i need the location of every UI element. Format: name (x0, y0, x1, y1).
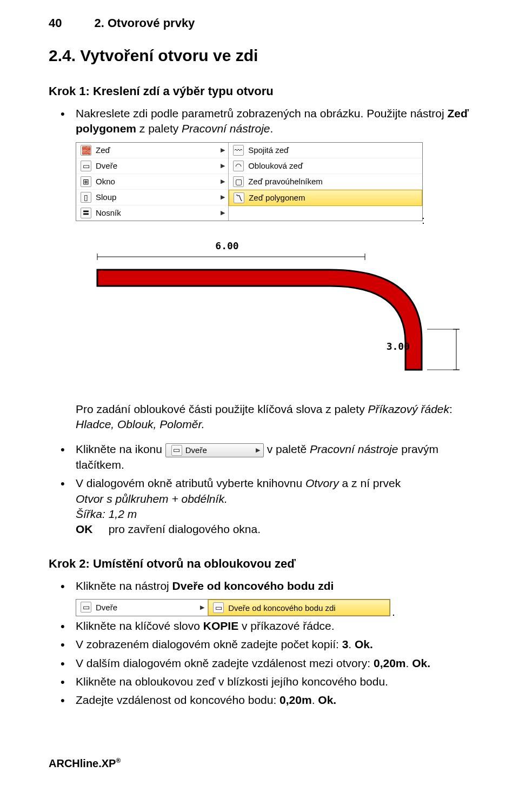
step2-bullet-2: Klikněte na klíčové slovo KOPIE v příkaz… (76, 618, 487, 634)
menu-item-column[interactable]: ▯ Sloup ▶ (76, 190, 228, 205)
step2-bullet-5: Klikněte na obloukovou zeď v blízkosti j… (76, 674, 487, 689)
wall-diagram: 6.00 3.00 (70, 232, 487, 391)
step2-bullet-4: V dalším dialogovém okně zadejte vzdálen… (76, 656, 487, 671)
menu2-item-door[interactable]: ▭ Dveře ▶ (76, 600, 208, 615)
wall-icon: 🧱 (81, 145, 91, 156)
chevron-right-icon: ▶ (221, 194, 225, 201)
page-number: 40 (49, 16, 62, 30)
beam-icon: 〓 (81, 208, 91, 218)
dim-right: 3.00 (387, 341, 410, 352)
column-icon: ▯ (81, 192, 91, 203)
step2-bullet-6: Zadejte vzdálenost od koncového bodu: 0,… (76, 693, 487, 708)
chevron-right-icon: ▶ (200, 604, 204, 611)
page-header: 40 2. Otvorové prvky (49, 16, 487, 30)
footer-product: ARCHline.XP® (49, 757, 487, 770)
step2-bullet-3: V zobrazeném dialogovém okně zadejte poč… (76, 637, 487, 652)
step1-heading: Krok 1: Kreslení zdí a výběr typu otvoru (49, 84, 487, 98)
window-icon: ⊞ (81, 176, 91, 187)
period-after-menu2: . (392, 605, 487, 618)
tool-menu: 🧱 Zeď ▶ ▭ Dveře ▶ ⊞ Okno ▶ ▯ Sloup ▶ 〓 (76, 142, 423, 221)
chevron-right-icon: ▶ (221, 162, 225, 169)
step2-bullets-2: Klikněte na klíčové slovo KOPIE v příkaz… (49, 618, 487, 708)
step1-bullet-2: Klikněte na ikonu ▭ Dveře ▶ v paletě Pra… (76, 442, 487, 472)
step2-bullets: Klikněte na nástroj Dveře od koncového b… (49, 578, 487, 594)
line-icon: 〰 (233, 145, 244, 156)
step1-bullet-1: Nakreslete zdi podle parametrů zobrazený… (76, 106, 487, 137)
door-icon: ▭ (81, 602, 91, 613)
chapter-title: 2. Otvorové prvky (94, 16, 195, 30)
colon-after-menu: : (422, 214, 487, 227)
submenu-arc-wall[interactable]: ◠ Oblouková zeď (229, 158, 422, 174)
chevron-right-icon: ▶ (221, 147, 225, 154)
chevron-right-icon: ▶ (221, 178, 225, 185)
step1-bullets-2: Klikněte na ikonu ▭ Dveře ▶ v paletě Pra… (49, 442, 487, 537)
submenu-rect-wall[interactable]: ▢ Zeď pravoúhelníkem (229, 174, 422, 190)
step1-bullets: Nakreslete zdi podle parametrů zobrazený… (49, 106, 487, 137)
chevron-right-icon: ▶ (256, 446, 260, 454)
menu2-submenu-door-endpoint[interactable]: ▭ Dveře od koncového bodu zdi (208, 600, 390, 616)
arc-icon: ◠ (233, 161, 244, 171)
polygon-icon: 〽 (234, 192, 244, 203)
door-icon: ▭ (171, 445, 182, 456)
doors-tool-button[interactable]: ▭ Dveře ▶ (165, 443, 264, 457)
arc-instruction: Pro zadání obloukové části použijte klíč… (76, 402, 487, 432)
tool-menu-2: ▭ Dveře ▶ ▭ Dveře od koncového bodu zdi (76, 599, 390, 616)
door-icon: ▭ (213, 602, 224, 613)
menu-item-window[interactable]: ⊞ Okno ▶ (76, 174, 228, 190)
dim-top: 6.00 (215, 240, 238, 251)
rect-icon: ▢ (233, 176, 244, 187)
menu-item-beam[interactable]: 〓 Nosník ▶ (76, 205, 228, 221)
menu-item-wall[interactable]: 🧱 Zeď ▶ (76, 143, 228, 158)
menu-item-door[interactable]: ▭ Dveře ▶ (76, 158, 228, 174)
section-title: 2.4. Vytvoření otvoru ve zdi (49, 46, 487, 65)
chevron-right-icon: ▶ (221, 209, 225, 216)
step1-bullet-3: V dialogovém okně atributů vyberte kniho… (76, 476, 487, 537)
door-icon: ▭ (81, 161, 91, 171)
submenu-continuous-wall[interactable]: 〰 Spojitá zeď (229, 143, 422, 158)
step2-heading: Krok 2: Umístění otvorů na obloukovou ze… (49, 557, 487, 571)
step2-bullet-1: Klikněte na nástroj Dveře od koncového b… (76, 578, 487, 594)
submenu-polygon-wall[interactable]: 〽 Zeď polygonem (229, 190, 422, 206)
